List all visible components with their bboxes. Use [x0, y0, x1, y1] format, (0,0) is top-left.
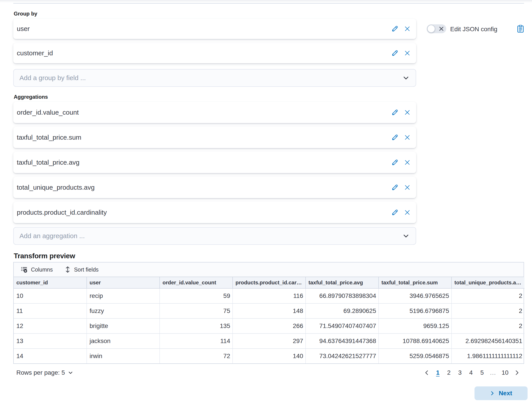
column-header-taxful_total_price.avg[interactable]: taxful_total_price.avg: [306, 277, 379, 288]
group-by-item-label: customer_id: [17, 49, 391, 57]
cell-order_id.value_count: 72: [160, 349, 233, 363]
aggregation-item-actions: [391, 209, 411, 216]
cross-icon: [404, 26, 411, 32]
aggregation-item: taxful_total_price.sum: [13, 127, 416, 148]
edit-aggregation-button[interactable]: [391, 184, 398, 191]
cell-user: recip: [87, 288, 160, 304]
next-button[interactable]: Next: [474, 386, 528, 400]
transform-wizard-step: Group by usercustomer_id Add a group by …: [0, 0, 532, 405]
aggregation-item: taxful_total_price.avg: [13, 152, 416, 173]
chevron-left-icon: [424, 370, 430, 376]
page-3-button[interactable]: 3: [455, 367, 465, 378]
rows-per-page-button[interactable]: Rows per page: 5: [16, 366, 73, 379]
edit-group-by-button[interactable]: [391, 25, 398, 32]
table-row: 12brigitte13526671.549074074074079659.12…: [14, 318, 525, 333]
cell-customer_id: 12: [14, 318, 87, 333]
cell-total_unique_products.avg: 2: [452, 288, 525, 304]
column-header-user[interactable]: user: [87, 277, 160, 288]
group-by-item: customer_id: [13, 43, 416, 63]
cell-taxful_total_price.avg: 71.54907407407407: [306, 318, 379, 333]
chevron-right-icon: [514, 370, 520, 376]
pencil-icon: [391, 50, 398, 57]
remove-group-by-button[interactable]: [404, 50, 411, 57]
cell-order_id.value_count: 135: [160, 318, 233, 333]
pencil-icon: [391, 184, 398, 191]
edit-aggregation-button[interactable]: [391, 109, 398, 116]
next-button-label: Next: [499, 390, 512, 397]
copy-config-button[interactable]: [517, 25, 524, 33]
cell-products.product_id.cardinality: 148: [233, 304, 306, 318]
page-10-button[interactable]: 10: [499, 367, 511, 378]
edit-group-by-button[interactable]: [391, 50, 398, 57]
cross-icon: [404, 184, 411, 191]
table-row: 13jackson11429794.6376439144736810788.69…: [14, 333, 525, 349]
cross-icon: [404, 50, 411, 56]
chevron-down-icon: [402, 74, 409, 81]
column-header-customer_id[interactable]: customer_id: [14, 277, 87, 288]
aggregation-item-label: total_unique_products.avg: [17, 184, 391, 191]
aggregation-item-label: taxful_total_price.avg: [17, 159, 391, 166]
preview-table: customer_iduserorder_id.value_countprodu…: [14, 277, 525, 363]
edit-aggregation-button[interactable]: [391, 209, 398, 216]
cell-products.product_id.cardinality: 297: [233, 333, 306, 349]
cross-icon: [404, 209, 411, 216]
cell-taxful_total_price.sum: 5196.6796875: [379, 304, 452, 318]
aggregation-item-label: taxful_total_price.sum: [17, 134, 391, 141]
column-header-order_id.value_count[interactable]: order_id.value_count: [160, 277, 233, 288]
remove-aggregation-button[interactable]: [404, 209, 411, 216]
json-config-controls: Edit JSON config: [427, 24, 524, 33]
cell-user: irwin: [87, 349, 160, 363]
cell-taxful_total_price.avg: 66.89790783898304: [306, 288, 379, 304]
group-by-item-actions: [391, 25, 411, 32]
cross-icon: [404, 159, 411, 166]
remove-aggregation-button[interactable]: [404, 134, 411, 141]
top-shade: [0, 0, 532, 3]
cell-taxful_total_price.avg: 73.04242621527777: [306, 349, 379, 363]
page-4-button[interactable]: 4: [466, 367, 476, 378]
cell-total_unique_products.avg: 2: [452, 318, 525, 333]
edit-json-toggle[interactable]: [427, 24, 446, 33]
pencil-icon: [391, 134, 398, 141]
add-aggregation-combobox[interactable]: Add an aggregation ...: [13, 227, 416, 245]
remove-group-by-button[interactable]: [404, 25, 411, 32]
cell-taxful_total_price.avg: 69.2890625: [306, 304, 379, 318]
cell-order_id.value_count: 114: [160, 333, 233, 349]
cell-customer_id: 14: [14, 349, 87, 363]
pencil-icon: [391, 25, 398, 32]
next-page-button[interactable]: [512, 367, 522, 378]
edit-json-config-label: Edit JSON config: [450, 26, 497, 33]
column-header-total_unique_products.avg[interactable]: total_unique_products.avg: [452, 277, 525, 288]
cell-taxful_total_price.sum: 10788.69140625: [379, 333, 452, 349]
cell-taxful_total_price.sum: 3946.9765625: [379, 288, 452, 304]
cell-user: fuzzy: [87, 304, 160, 318]
page-2-button[interactable]: 2: [444, 367, 454, 378]
cell-customer_id: 11: [14, 304, 87, 318]
sort-fields-button-label: Sort fields: [74, 266, 99, 273]
cell-products.product_id.cardinality: 140: [233, 349, 306, 363]
chevron-down-icon: [68, 370, 73, 375]
clipboard-copy-icon: [517, 25, 524, 33]
toggle-thumb-icon: [427, 25, 435, 33]
remove-aggregation-button[interactable]: [404, 109, 411, 116]
aggregation-item-label: order_id.value_count: [17, 109, 391, 116]
edit-aggregation-button[interactable]: [391, 159, 398, 166]
page-5-button[interactable]: 5: [477, 367, 487, 378]
remove-aggregation-button[interactable]: [404, 184, 411, 191]
edit-aggregation-button[interactable]: [391, 134, 398, 141]
previous-page-button[interactable]: [421, 367, 432, 378]
column-header-products.product_id.cardinality[interactable]: products.product_id.cardinality: [233, 277, 306, 288]
aggregation-item-actions: [391, 134, 411, 141]
page-1-button[interactable]: 1: [433, 367, 443, 378]
columns-button[interactable]: Columns: [21, 266, 53, 273]
cell-order_id.value_count: 75: [160, 304, 233, 318]
aggregation-item-label: products.product_id.cardinality: [17, 209, 391, 216]
cell-taxful_total_price.avg: 94.63764391447368: [306, 333, 379, 349]
table-row: 10recip5911666.897907838983043946.976562…: [14, 288, 525, 304]
pencil-icon: [391, 109, 398, 116]
column-header-taxful_total_price.sum[interactable]: taxful_total_price.sum: [379, 277, 452, 288]
sort-fields-button[interactable]: Sort fields: [65, 266, 99, 273]
add-group-by-combobox[interactable]: Add a group by field ...: [13, 69, 416, 87]
cell-total_unique_products.avg: 2: [452, 304, 525, 318]
group-by-item-label: user: [17, 25, 391, 33]
remove-aggregation-button[interactable]: [404, 159, 411, 166]
